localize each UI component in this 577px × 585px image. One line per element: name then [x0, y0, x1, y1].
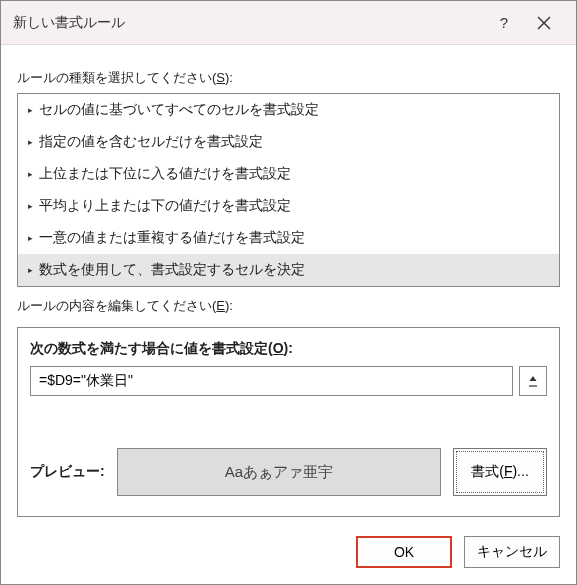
edit-rule-label: ルールの内容を編集してください(E): [17, 297, 560, 315]
svg-marker-3 [530, 376, 537, 381]
preview-row: プレビュー: Aaあぁアァ亜宇 書式(F)... [30, 448, 547, 496]
rule-type-text: 一意の値または重複する値だけを書式設定 [39, 229, 305, 247]
format-button[interactable]: 書式(F)... [453, 448, 547, 496]
titlebar: 新しい書式ルール ? [1, 1, 576, 45]
rule-type-text: 上位または下位に入る値だけを書式設定 [39, 165, 291, 183]
rule-type-list[interactable]: ▸ セルの値に基づいてすべてのセルを書式設定 ▸ 指定の値を含むセルだけを書式設… [17, 93, 560, 287]
rule-type-item[interactable]: ▸ 指定の値を含むセルだけを書式設定 [18, 126, 559, 158]
rule-type-text: セルの値に基づいてすべてのセルを書式設定 [39, 101, 319, 119]
rule-type-label: ルールの種類を選択してください(S): [17, 69, 560, 87]
help-button[interactable]: ? [484, 3, 524, 43]
ok-button[interactable]: OK [356, 536, 452, 568]
cancel-button[interactable]: キャンセル [464, 536, 560, 568]
rule-type-text: 指定の値を含むセルだけを書式設定 [39, 133, 263, 151]
rule-type-item[interactable]: ▸ 上位または下位に入る値だけを書式設定 [18, 158, 559, 190]
triangle-icon: ▸ [28, 105, 33, 115]
collapse-dialog-button[interactable] [519, 366, 547, 396]
preview-label: プレビュー: [30, 463, 105, 481]
preview-sample-text: Aaあぁアァ亜宇 [225, 463, 333, 482]
triangle-icon: ▸ [28, 201, 33, 211]
triangle-icon: ▸ [28, 265, 33, 275]
dialog-content: ルールの種類を選択してください(S): ▸ セルの値に基づいてすべてのセルを書式… [1, 45, 576, 522]
close-button[interactable] [524, 3, 564, 43]
triangle-icon: ▸ [28, 169, 33, 179]
formula-row [30, 366, 547, 396]
rule-type-text: 数式を使用して、書式設定するセルを決定 [39, 261, 305, 279]
formula-input[interactable] [30, 366, 513, 396]
preview-sample-box: Aaあぁアァ亜宇 [117, 448, 441, 496]
rule-type-text: 平均より上または下の値だけを書式設定 [39, 197, 291, 215]
dialog-button-row: OK キャンセル [1, 522, 576, 584]
close-icon [537, 16, 551, 30]
dialog-title: 新しい書式ルール [13, 14, 484, 32]
rule-type-item[interactable]: ▸ 数式を使用して、書式設定するセルを決定 [18, 254, 559, 286]
collapse-icon [527, 375, 539, 387]
rule-type-item[interactable]: ▸ 一意の値または重複する値だけを書式設定 [18, 222, 559, 254]
triangle-icon: ▸ [28, 137, 33, 147]
new-format-rule-dialog: 新しい書式ルール ? ルールの種類を選択してください(S): ▸ セルの値に基づ… [0, 0, 577, 585]
help-icon: ? [500, 14, 508, 31]
formula-heading: 次の数式を満たす場合に値を書式設定(O): [30, 340, 547, 358]
rule-type-item[interactable]: ▸ 平均より上または下の値だけを書式設定 [18, 190, 559, 222]
rule-edit-panel: 次の数式を満たす場合に値を書式設定(O): プレビュー: Aaあぁアァ亜宇 書式… [17, 327, 560, 517]
triangle-icon: ▸ [28, 233, 33, 243]
rule-type-item[interactable]: ▸ セルの値に基づいてすべてのセルを書式設定 [18, 94, 559, 126]
